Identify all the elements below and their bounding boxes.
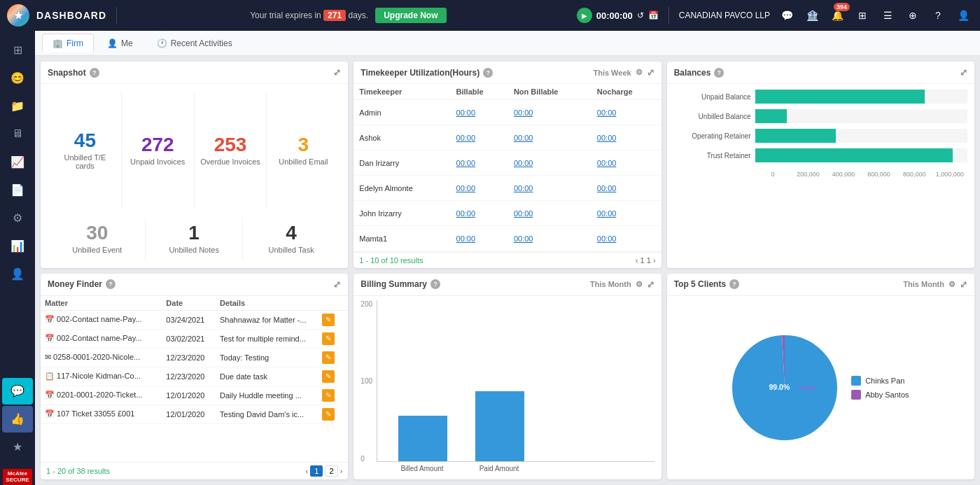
trial-days-unit: days. xyxy=(348,10,368,20)
billing-bar-label: Billed Amount xyxy=(398,465,447,472)
sidebar-item-thumb[interactable]: 👍 xyxy=(2,406,33,433)
next-page-icon[interactable]: › xyxy=(653,256,656,265)
tk-nonbillable[interactable]: 00:00 xyxy=(508,226,592,251)
snapshot-unbilled-te[interactable]: 45 Unbilled T/E cards xyxy=(49,92,122,209)
snapshot-unbilled-task[interactable]: 4 Unbilled Task xyxy=(243,218,340,260)
mcafee-logo: McAfeeSECURE xyxy=(3,469,31,485)
mf-edit-button[interactable]: ✎ xyxy=(322,332,335,345)
billing-summary-period: This Month xyxy=(590,280,631,288)
upgrade-button[interactable]: Upgrade Now xyxy=(375,8,446,23)
balances-expand-icon[interactable]: ⤢ xyxy=(960,67,967,78)
help-icon[interactable]: ? xyxy=(928,6,948,25)
tk-nonbillable[interactable]: 00:00 xyxy=(508,100,592,125)
sidebar-item-settings[interactable]: ⚙ xyxy=(2,204,33,231)
client-name: CANADIAN PAVCO LLP xyxy=(679,10,770,20)
mf-edit-button[interactable]: ✎ xyxy=(322,408,335,421)
tk-billable[interactable]: 00:00 xyxy=(451,226,508,251)
tk-billable[interactable]: 00:00 xyxy=(451,100,508,125)
play-timer-button[interactable]: ▶ xyxy=(577,8,592,23)
mf-edit-button[interactable]: ✎ xyxy=(322,389,335,402)
snapshot-unpaid-invoices[interactable]: 272 Unpaid Invoices xyxy=(122,92,195,209)
money-finder-expand-icon[interactable]: ⤢ xyxy=(333,279,341,290)
tk-nocharge[interactable]: 00:00 xyxy=(592,226,662,251)
tk-nonbillable[interactable]: 00:00 xyxy=(508,201,592,226)
tk-nonbillable[interactable]: 00:00 xyxy=(508,125,592,150)
trial-notice: Your trial expires in 271 days. Upgrade … xyxy=(127,8,570,23)
sidebar-item-reports[interactable]: 📊 xyxy=(2,232,33,259)
mf-page-1[interactable]: 1 xyxy=(310,465,323,477)
tk-name: John Irizarry xyxy=(354,201,450,226)
tab-recent[interactable]: 🕐 Recent Activities xyxy=(146,34,243,52)
billing-expand-icon[interactable]: ⤢ xyxy=(647,279,654,290)
sidebar-item-star[interactable]: ★ xyxy=(2,434,33,461)
mf-date: 12/23/2020 xyxy=(162,367,216,386)
snapshot-unbilled-notes[interactable]: 1 Unbilled Notes xyxy=(146,218,242,260)
mf-date: 03/24/2021 xyxy=(162,310,216,329)
th-date: Date xyxy=(162,296,216,311)
tk-nonbillable[interactable]: 00:00 xyxy=(508,150,592,176)
sidebar-item-billing[interactable]: 📄 xyxy=(2,176,33,203)
top-clients-settings-icon[interactable]: ⚙ xyxy=(948,280,955,289)
timekeeper-settings-icon[interactable]: ⚙ xyxy=(636,68,643,77)
tab-me[interactable]: 👤 Me xyxy=(97,34,144,52)
menu-icon[interactable]: ☰ xyxy=(878,6,897,25)
top-clients-info-icon[interactable]: ? xyxy=(729,279,739,289)
money-finder-info-icon[interactable]: ? xyxy=(106,279,115,289)
mf-edit-button[interactable]: ✎ xyxy=(322,314,335,326)
mf-edit-button[interactable]: ✎ xyxy=(322,370,335,383)
sidebar-item-chart[interactable]: 📈 xyxy=(2,148,33,175)
snapshot-unbilled-event[interactable]: 30 Unbilled Event xyxy=(49,218,146,260)
tk-nocharge[interactable]: 00:00 xyxy=(592,125,662,150)
add-icon[interactable]: ⊕ xyxy=(903,6,923,25)
tk-nocharge[interactable]: 00:00 xyxy=(592,100,662,125)
chat-icon[interactable]: 💬 xyxy=(777,6,797,25)
money-finder-header-left: Money Finder ? xyxy=(48,279,115,289)
sidebar-item-dashboard[interactable]: ⊞ xyxy=(2,36,33,63)
x-tick: 0 xyxy=(755,171,791,178)
app-logo[interactable]: ★ xyxy=(7,4,29,27)
mf-edit-button[interactable]: ✎ xyxy=(322,351,335,364)
page-1-b[interactable]: 1 xyxy=(647,256,651,265)
grid-icon[interactable]: ⊞ xyxy=(853,6,872,25)
tk-billable[interactable]: 00:00 xyxy=(451,176,508,201)
snapshot-overdue-invoices[interactable]: 253 Overdue Invoices xyxy=(195,92,267,209)
sidebar-item-monitor[interactable]: 🖥 xyxy=(2,120,33,147)
mf-next-icon[interactable]: › xyxy=(340,467,343,475)
sidebar-item-chat[interactable]: 💬 xyxy=(2,378,33,405)
timekeeper-info-icon[interactable]: ? xyxy=(483,68,493,78)
sidebar-item-contacts[interactable]: 👤 xyxy=(2,260,33,287)
tk-name: Admin xyxy=(354,100,450,125)
top-clients-expand-icon[interactable]: ⤢ xyxy=(960,279,967,290)
prev-page-icon[interactable]: ‹ xyxy=(636,256,638,265)
user-icon[interactable]: 👤 xyxy=(953,6,973,25)
mf-prev-icon[interactable]: ‹ xyxy=(306,467,309,475)
sidebar-item-folder[interactable]: 📁 xyxy=(2,92,33,119)
tk-nocharge[interactable]: 00:00 xyxy=(592,201,662,226)
tk-nocharge[interactable]: 00:00 xyxy=(592,150,662,176)
billing-summary-info-icon[interactable]: ? xyxy=(430,279,440,289)
tk-nonbillable[interactable]: 00:00 xyxy=(508,176,592,201)
tk-billable[interactable]: 00:00 xyxy=(451,201,508,226)
tk-nocharge[interactable]: 00:00 xyxy=(592,176,662,201)
billing-settings-icon[interactable]: ⚙ xyxy=(636,280,643,289)
tk-billable[interactable]: 00:00 xyxy=(451,150,508,176)
sidebar-item-clients[interactable]: 😊 xyxy=(2,64,33,91)
mf-details: Today: Testing ✎ xyxy=(216,348,339,367)
bank-icon[interactable]: 🏦 xyxy=(802,6,822,25)
th-details: Details xyxy=(216,296,339,311)
page-1[interactable]: 1 xyxy=(640,256,647,265)
tk-billable[interactable]: 00:00 xyxy=(451,125,508,150)
snapshot-unbilled-email[interactable]: 3 Unbilled Email xyxy=(267,92,340,209)
notifications-icon[interactable]: 🔔 394 xyxy=(827,6,847,25)
mf-page-2[interactable]: 2 xyxy=(325,465,337,477)
timer-reset-icon[interactable]: ↺ xyxy=(637,10,644,20)
balances-title: Balances xyxy=(674,68,711,78)
timer-calendar-icon[interactable]: 📅 xyxy=(648,10,659,20)
snapshot-expand-icon[interactable]: ⤢ xyxy=(333,67,341,78)
balances-info-icon[interactable]: ? xyxy=(714,68,724,78)
timekeeper-expand-icon[interactable]: ⤢ xyxy=(647,67,654,78)
tab-firm[interactable]: 🏢 Firm xyxy=(42,34,94,52)
billing-summary-title: Billing Summary xyxy=(360,279,427,289)
billing-y-axis: 200 100 0 xyxy=(360,300,377,476)
snapshot-info-icon[interactable]: ? xyxy=(90,68,99,78)
